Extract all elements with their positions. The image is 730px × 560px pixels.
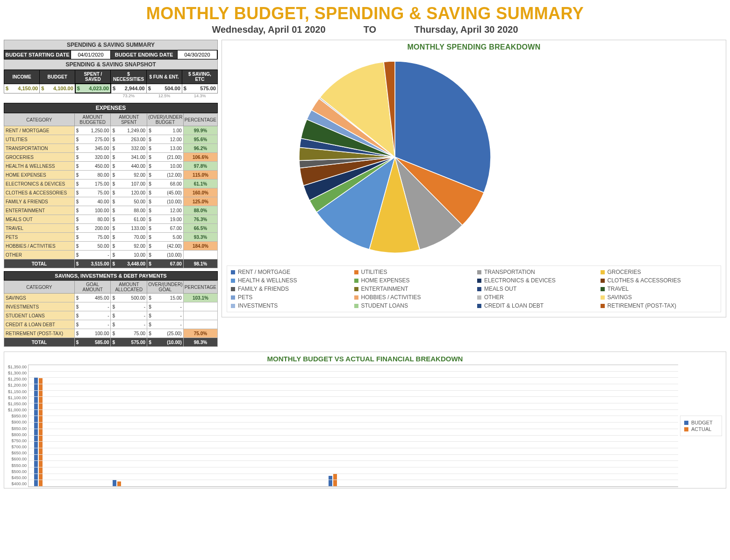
bar-group (113, 480, 121, 487)
snapshot-header: SPENT / SAVED (75, 70, 111, 84)
column-header: AMOUNTSPENT (111, 114, 147, 126)
pie-legend: RENT / MORTGAGEUTILITIESTRANSPORTATIONGR… (227, 266, 721, 312)
legend-item: RETIREMENT (POST-TAX) (601, 302, 717, 309)
snapshot-bar: SPENDING & SAVING SNAPSHOT (4, 59, 218, 70)
column-header: CATEGORY (4, 114, 75, 126)
table-row: TRANSPORTATION$345.00$332.00$13.0096.2% (4, 144, 218, 153)
bar (34, 378, 38, 487)
legend-item: PETS (231, 294, 348, 301)
left-column: SPENDING & SAVING SUMMARY BUDGET STARTIN… (4, 40, 218, 347)
bar-yaxis: $1,350.00$1,300.00$1,250.00$1,200.00$1,1… (8, 365, 28, 486)
legend-item: ENTERTAINMENT (354, 286, 471, 292)
table-row: ELECTRONICS & DEVICES$175.00$107.00$68.0… (4, 179, 218, 188)
total-row: TOTAL$3,515.00$3,448.00$67.0098.1% (4, 259, 218, 268)
table-row: TRAVEL$200.00$133.00$67.0066.5% (4, 224, 218, 233)
legend-item: HEALTH & WELLNESS (231, 277, 348, 284)
savings-bar: SAVINGS, INVESTMENTS & DEBT PAYMENTS (4, 271, 218, 280)
bar-legend-budget: BUDGET (691, 420, 713, 425)
date-to: Thursday, April 30 2020 (414, 24, 518, 35)
snapshot-percentages: 73.2%12.5%14.3% (4, 93, 218, 98)
table-row: HOME EXPENSES$80.00$92.00$(12.00)115.0% (4, 171, 218, 179)
legend-item: INVESTMENTS (231, 302, 348, 309)
expenses-table: CATEGORYAMOUNTBUDGETEDAMOUNTSPENT(OVER)/… (4, 113, 218, 268)
table-row: STUDENT LOANS$-$-$- (4, 311, 218, 320)
date-range: Wednesday, April 01 2020 TO Thursday, Ap… (4, 24, 726, 35)
budget-date-row: BUDGET STARTING DATE 04/01/2020 BUDGET E… (4, 50, 218, 59)
legend-item: OTHER (477, 294, 594, 301)
pie-chart (227, 54, 563, 260)
legend-item: FAMILY & FRIENDS (231, 286, 348, 292)
budget-end-value: 04/30/2020 (177, 50, 217, 59)
snapshot-header: $ SAVING, ETC (182, 70, 217, 84)
pie-panel: MONTHLY SPENDING BREAKDOWN RENT / MORTGA… (222, 40, 726, 317)
snapshot-value: $2,944.00 (111, 84, 146, 93)
date-sep: TO (364, 24, 376, 35)
column-header: (OVER)/UNDERBUDGET (147, 114, 184, 126)
snapshot-table: INCOMEBUDGETSPENT / SAVED$ NECESSITIES$ … (4, 70, 218, 93)
budget-start-value: 04/01/2020 (71, 50, 111, 59)
legend-item: HOME EXPENSES (354, 277, 471, 284)
summary-bar: SPENDING & SAVING SUMMARY (4, 40, 218, 50)
snapshot-value: $4,023.00 (75, 84, 111, 93)
table-row: INVESTMENTS$-$-$- (4, 302, 218, 311)
table-row: GROCERIES$320.00$341.00$(21.00)106.6% (4, 153, 218, 162)
snapshot-value: $4,100.00 (40, 84, 75, 93)
snapshot-header: INCOME (4, 70, 40, 84)
bar-panel: MONTHLY BUDGET VS ACTUAL FINANCIAL BREAK… (4, 352, 726, 488)
column-header: GOALAMOUNT (74, 281, 111, 294)
budget-end-label: BUDGET ENDING DATE (111, 50, 177, 59)
pie-title: MONTHLY SPENDING BREAKDOWN (227, 43, 721, 51)
table-row: OTHER$-$10.00$(10.00) (4, 251, 218, 259)
total-row: TOTAL$585.00$575.00$(10.00)98.3% (4, 338, 218, 347)
legend-item: GROCERIES (601, 269, 717, 275)
column-header: PERCENTAGE (183, 114, 217, 126)
legend-item: TRANSPORTATION (477, 269, 594, 275)
legend-item: ELECTRONICS & DEVICES (477, 277, 594, 284)
bar-group (34, 378, 43, 487)
table-row: MEALS OUT$80.00$61.00$19.0076.3% (4, 215, 218, 224)
expenses-bar: EXPENSES (4, 103, 218, 113)
legend-item: TRAVEL (601, 286, 717, 292)
bar-legend: BUDGET ACTUAL (680, 416, 722, 436)
legend-item: RENT / MORTGAGE (231, 269, 348, 275)
table-row: RETIREMENT (POST-TAX)$100.00$75.00$(25.0… (4, 329, 218, 338)
table-row: PETS$75.00$70.00$5.0093.3% (4, 233, 218, 242)
column-header: PERCENTAGE (183, 281, 217, 294)
table-row: CREDIT & LOAN DEBT$-$-$- (4, 320, 218, 329)
bar (39, 378, 43, 487)
table-row: CLOTHES & ACCESSORIES$75.00$120.00$(45.0… (4, 188, 218, 197)
bar (113, 480, 116, 487)
legend-item: CREDIT & LOAN DEBT (477, 302, 594, 309)
snapshot-header: $ FUN & ENT. (146, 70, 182, 84)
table-row: UTILITIES$275.00$263.00$12.0095.6% (4, 135, 218, 144)
budget-start-label: BUDGET STARTING DATE (4, 50, 71, 59)
snapshot-value: $504.00 (146, 84, 182, 93)
table-row: FAMILY & FRIENDS$40.00$50.00$(10.00)125.… (4, 197, 218, 206)
legend-item: HOBBIES / ACTIVITIES (354, 294, 471, 301)
column-header: AMOUNTBUDGETED (74, 114, 111, 126)
savings-table: CATEGORYGOALAMOUNTAMOUNTALLOCATEDOVER/(U… (4, 280, 218, 347)
column-header: CATEGORY (4, 281, 75, 294)
snapshot-value: $4,150.00 (4, 84, 40, 93)
legend-item: SAVINGS (601, 294, 717, 301)
snapshot-header: BUDGET (40, 70, 75, 84)
snapshot-value: $575.00 (182, 84, 217, 93)
bar-plot (28, 365, 678, 487)
table-row: ENTERTAINMENT$100.00$88.00$12.0088.0% (4, 206, 218, 215)
table-row: SAVINGS$485.00$500.00$15.00103.1% (4, 294, 218, 302)
table-row: HOBBIES / ACTIVITIES$50.00$92.00$(42.00)… (4, 242, 218, 251)
legend-item: UTILITIES (354, 269, 471, 275)
bar-title: MONTHLY BUDGET VS ACTUAL FINANCIAL BREAK… (8, 355, 722, 363)
bar-legend-actual: ACTUAL (691, 426, 711, 432)
snapshot-header: $ NECESSITIES (111, 70, 146, 84)
legend-item: STUDENT LOANS (354, 302, 471, 309)
date-from: Wednesday, April 01 2020 (212, 24, 325, 35)
bar (329, 476, 332, 487)
column-header: OVER/(UNDER)GOAL (147, 281, 184, 294)
legend-item: CLOTHES & ACCESSORIES (601, 277, 717, 284)
column-header: AMOUNTALLOCATED (111, 281, 147, 294)
legend-item: MEALS OUT (477, 286, 594, 292)
table-row: HEALTH & WELLNESS$450.00$440.00$10.0097.… (4, 162, 218, 171)
table-row: RENT / MORTGAGE$1,250.00$1,249.00$1.0099… (4, 126, 218, 135)
page-title: MONTHLY BUDGET, SPENDING & SAVING SUMMAR… (4, 4, 726, 23)
